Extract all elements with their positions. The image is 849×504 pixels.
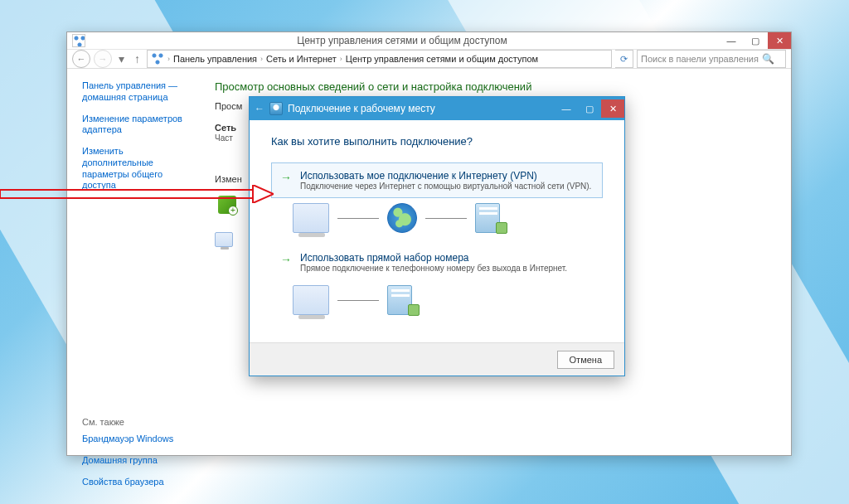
vpn-diagram (293, 203, 603, 233)
breadcrumb-item[interactable]: Сеть и Интернет (266, 54, 337, 64)
computer-icon (293, 285, 329, 315)
server-icon (387, 285, 412, 315)
sidebar-link-firewall[interactable]: Брандмауэр Windows (82, 434, 192, 445)
breadcrumb-icon (151, 52, 164, 65)
globe-icon (387, 203, 417, 233)
option-dialup-sub: Прямое подключение к телефонному номеру … (300, 264, 567, 273)
see-also-header: См. также (82, 417, 192, 427)
network-center-icon (72, 34, 85, 47)
connect-workplace-wizard: ← Подключение к рабочему месту — ▢ ✕ Как… (249, 96, 625, 376)
nav-forward-button[interactable]: → (94, 50, 112, 68)
network-section-sub: Част (215, 133, 233, 143)
dialup-diagram (293, 285, 603, 315)
sidebar: Панель управления — домашняя страница Из… (67, 69, 200, 504)
sidebar-link-sharing[interactable]: Изменить дополнительные параметры общего… (82, 146, 192, 191)
window-title: Центр управления сетями и общим доступом (85, 35, 719, 46)
sidebar-link-homegroup[interactable]: Домашняя группа (82, 455, 192, 467)
refresh-button[interactable]: ⟳ (615, 50, 633, 68)
computer-icon (293, 203, 329, 233)
option-dialup-title: Использовать прямой набор номера (300, 252, 567, 264)
wizard-footer: Отмена (250, 342, 624, 376)
sidebar-link-adapter[interactable]: Изменение параметров адаптера (82, 114, 192, 137)
breadcrumb[interactable]: › Панель управления › Сеть и Интернет › … (147, 50, 612, 68)
option-vpn-title: Использовать мое подключение к Интернету… (300, 170, 591, 182)
option-vpn[interactable]: → Использовать мое подключение к Интерне… (271, 162, 603, 198)
breadcrumb-sep: › (338, 55, 344, 63)
nav-dropdown-icon[interactable]: ▾ (115, 52, 128, 65)
option-vpn-sub: Подключение через Интернет с помощью вир… (300, 182, 591, 191)
breadcrumb-item[interactable]: Панель управления (173, 54, 257, 64)
wizard-body: Как вы хотите выполнить подключение? → И… (250, 120, 624, 342)
sidebar-link-home[interactable]: Панель управления — домашняя страница (82, 80, 192, 104)
page-heading: Просмотр основных сведений о сети и наст… (215, 80, 776, 93)
wizard-titlebar[interactable]: ← Подключение к рабочему месту — ▢ ✕ (250, 97, 624, 120)
titlebar[interactable]: Центр управления сетями и общим доступом… (67, 32, 791, 50)
breadcrumb-sep: › (259, 55, 264, 63)
breadcrumb-item[interactable]: Центр управления сетями и общим доступом (346, 54, 538, 64)
wizard-maximize-button[interactable]: ▢ (578, 99, 601, 118)
minimize-button[interactable]: — (720, 32, 743, 49)
arrow-right-icon: → (280, 254, 292, 265)
close-button[interactable]: ✕ (768, 32, 791, 49)
nav-up-button[interactable]: ↑ (131, 52, 143, 65)
new-connection-icon (218, 196, 236, 214)
wizard-minimize-button[interactable]: — (555, 99, 578, 118)
wizard-close-button[interactable]: ✕ (601, 99, 624, 118)
navigation-bar: ← → ▾ ↑ › Панель управления › Сеть и Инт… (67, 50, 791, 69)
wizard-title: Подключение к рабочему месту (288, 103, 435, 114)
arrow-right-icon: → (280, 172, 292, 183)
wizard-icon (269, 102, 283, 115)
maximize-button[interactable]: ▢ (744, 32, 767, 49)
window-controls: — ▢ ✕ (719, 32, 791, 49)
search-icon: 🔍 (762, 53, 774, 65)
wizard-prompt: Как вы хотите выполнить подключение? (271, 135, 603, 148)
monitor-icon (215, 232, 233, 247)
nav-back-button[interactable]: ← (72, 50, 90, 68)
sidebar-link-browser[interactable]: Свойства браузера (82, 477, 192, 488)
breadcrumb-sep: › (166, 55, 172, 63)
server-icon (475, 203, 500, 233)
cancel-button[interactable]: Отмена (557, 351, 614, 369)
search-placeholder: Поиск в панели управления (641, 54, 759, 64)
network-section-label: Сеть (215, 123, 236, 133)
search-input[interactable]: Поиск в панели управления 🔍 (637, 50, 786, 68)
option-dialup[interactable]: → Использовать прямой набор номера Прямо… (271, 245, 603, 280)
wizard-back-button[interactable]: ← (255, 103, 264, 114)
